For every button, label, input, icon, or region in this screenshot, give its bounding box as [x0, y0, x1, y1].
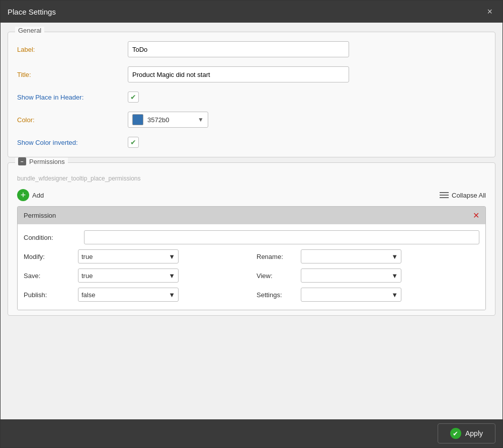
permissions-title: Permissions [29, 158, 65, 165]
publish-arrow: ▼ [169, 291, 175, 299]
title-field-label: Title: [17, 71, 128, 78]
save-label: Save: [24, 272, 74, 280]
modify-value: true [81, 253, 169, 260]
settings-group: Settings: ▼ [257, 288, 479, 302]
modify-select[interactable]: true ▼ [78, 249, 179, 263]
settings-label: Settings: [257, 291, 297, 299]
show-header-row: Show Place in Header: [17, 92, 486, 103]
add-label: Add [32, 192, 44, 199]
dialog-footer: ✔ Apply [1, 419, 502, 447]
remove-permission-button[interactable]: ✕ [473, 211, 479, 220]
save-view-row: Save: true ▼ View: ▼ [24, 268, 479, 283]
color-label: Color: [17, 116, 128, 124]
dialog-body: General Label: Title: Show Place in Head… [1, 23, 502, 419]
show-header-checkbox[interactable] [128, 92, 139, 103]
color-inverted-checkbox[interactable] [128, 137, 139, 148]
color-dropdown[interactable]: 3572b0 ▼ [128, 112, 208, 128]
dialog-header: Place Settings × [1, 1, 502, 23]
general-title: General [18, 27, 41, 34]
general-legend: General [15, 27, 44, 34]
rename-group: Rename: ▼ [257, 249, 479, 263]
rename-select[interactable]: ▼ [301, 249, 401, 263]
apply-label: Apply [465, 429, 483, 437]
settings-arrow: ▼ [391, 291, 398, 299]
save-arrow: ▼ [169, 272, 175, 280]
rename-label: Rename: [257, 253, 297, 260]
permission-card: Permission ✕ Condition: Modify: [17, 206, 486, 310]
add-circle-icon: + [17, 189, 29, 201]
label-input[interactable] [128, 41, 349, 57]
modify-rename-row: Modify: true ▼ Rename: ▼ [24, 249, 479, 263]
publish-group: Publish: false ▼ [24, 288, 246, 302]
color-inverted-checkbox-wrap [128, 137, 139, 148]
label-row: Label: [17, 41, 486, 57]
publish-select[interactable]: false ▼ [78, 288, 179, 302]
publish-settings-row: Publish: false ▼ Settings: ▼ [24, 288, 479, 302]
color-row: Color: 3572b0 ▼ [17, 112, 486, 128]
permission-card-header: Permission ✕ [18, 207, 485, 224]
show-header-checkbox-wrap [128, 92, 139, 103]
view-group: View: ▼ [257, 268, 479, 283]
rename-arrow: ▼ [391, 253, 398, 260]
color-value: 3572b0 [147, 116, 194, 124]
condition-row: Condition: [24, 230, 479, 244]
settings-select[interactable]: ▼ [301, 288, 401, 302]
apply-check-icon: ✔ [450, 428, 461, 439]
permission-fields: Condition: Modify: true ▼ [18, 224, 485, 310]
permissions-toolbar: + Add Collapse All [17, 189, 486, 201]
general-section: General Label: Title: Show Place in Head… [8, 32, 495, 157]
add-button[interactable]: + Add [17, 189, 44, 201]
dialog-title: Place Settings [8, 8, 56, 16]
place-settings-dialog: Place Settings × General Label: Title: S… [0, 0, 503, 448]
menu-icon [440, 192, 449, 198]
color-swatch [132, 114, 143, 125]
modify-group: Modify: true ▼ [24, 249, 246, 263]
permissions-legend: − Permissions [15, 157, 68, 165]
save-select[interactable]: true ▼ [78, 268, 179, 283]
view-select[interactable]: ▼ [301, 268, 401, 283]
permission-title: Permission [24, 212, 56, 219]
collapse-all-label: Collapse All [452, 192, 486, 199]
permissions-body: bundle_wfdesigner_tooltip_place_permissi… [8, 163, 495, 315]
view-label: View: [257, 272, 297, 280]
color-inverted-label: Show Color inverted: [17, 139, 128, 146]
modify-arrow: ▼ [169, 253, 175, 260]
save-group: Save: true ▼ [24, 268, 246, 283]
title-row: Title: [17, 66, 486, 82]
close-button[interactable]: × [484, 6, 495, 17]
condition-input[interactable] [84, 230, 479, 244]
color-inverted-row: Show Color inverted: [17, 137, 486, 148]
label-field-label: Label: [17, 46, 128, 53]
apply-button[interactable]: ✔ Apply [438, 423, 495, 443]
show-header-label: Show Place in Header: [17, 94, 128, 101]
publish-value: false [81, 291, 169, 299]
modify-label: Modify: [24, 253, 74, 260]
collapse-all-button[interactable]: Collapse All [440, 192, 486, 199]
view-arrow: ▼ [391, 272, 398, 280]
permissions-tooltip: bundle_wfdesigner_tooltip_place_permissi… [17, 175, 486, 182]
title-input[interactable] [128, 66, 349, 82]
permissions-collapse-icon[interactable]: − [18, 157, 26, 165]
condition-label: Condition: [24, 234, 74, 241]
color-dropdown-arrow: ▼ [198, 116, 204, 123]
permissions-section: − Permissions bundle_wfdesigner_tooltip_… [8, 162, 495, 316]
save-value: true [81, 272, 169, 280]
publish-label: Publish: [24, 291, 74, 299]
